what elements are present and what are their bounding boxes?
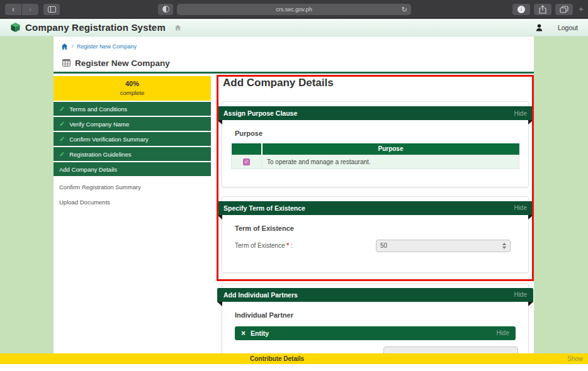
- sidebar-item-label: Add Company Details: [59, 166, 117, 173]
- panel-title: Specify Term of Existence: [223, 204, 305, 212]
- contribute-details-label: Contribute Details: [250, 355, 304, 362]
- sidebar-item-terms-and-conditions[interactable]: ✓ Terms and Conditions: [54, 102, 211, 116]
- share-button[interactable]: [534, 4, 551, 15]
- check-icon: ✓: [59, 105, 65, 113]
- sidebar-item-confirm-registration-summary[interactable]: Confirm Registration Summary: [54, 183, 211, 191]
- breadcrumb-separator-icon: ›: [71, 43, 74, 49]
- address-bar[interactable]: crs.sec.gov.ph ↻: [177, 4, 411, 15]
- breadcrumb-home-icon[interactable]: [61, 43, 68, 50]
- term-of-existence-select[interactable]: 50: [376, 240, 511, 252]
- sidebar-item-label: Upload Documents: [59, 199, 110, 206]
- browser-chrome: ‹ › crs.sec.gov.ph ↻ ↓ +: [0, 0, 588, 19]
- ribbon-fold-left: [217, 215, 222, 219]
- sidebar-item-add-company-details[interactable]: Add Company Details: [54, 162, 211, 176]
- logout-link[interactable]: Logout: [558, 24, 578, 31]
- assign-purpose-clause-panel: Assign Purpose Clause Hide Purpose Purpo…: [222, 101, 529, 187]
- new-tab-button[interactable]: +: [577, 4, 585, 14]
- progress-caption: complete: [54, 89, 211, 96]
- page-title: Register New Company: [62, 58, 534, 68]
- hide-link[interactable]: Hide: [514, 110, 527, 117]
- ribbon-fold-right: [528, 120, 533, 125]
- check-icon: ✓: [59, 150, 65, 158]
- app-title: Company Registration System: [25, 22, 166, 33]
- add-individual-partners-panel: Add Individual Partners Hide Individual …: [222, 283, 529, 354]
- app-header: Company Registration System Logout: [0, 19, 588, 36]
- forward-icon: ›: [29, 5, 31, 14]
- select-stepper-icon: [502, 243, 506, 249]
- contrast-icon: [162, 6, 169, 13]
- purpose-checkbox[interactable]: ✓: [243, 158, 250, 165]
- home-icon[interactable]: [174, 25, 181, 31]
- contribute-details-bar: Contribute Details Show: [0, 353, 588, 364]
- forward-button[interactable]: ›: [22, 4, 38, 15]
- ribbon-fold-right: [528, 215, 533, 219]
- register-grid-icon: [62, 59, 71, 67]
- tabs-icon: [560, 6, 568, 13]
- entity-header: × Entity Hide: [235, 326, 516, 340]
- tab-overview-button[interactable]: [555, 4, 573, 15]
- sidebar-item-label: Terms and Conditions: [69, 106, 127, 113]
- purpose-table-header: Purpose: [262, 143, 519, 155]
- downloads-button[interactable]: ↓: [512, 4, 530, 15]
- hide-link[interactable]: Hide: [514, 291, 527, 298]
- hide-link[interactable]: Hide: [496, 329, 509, 336]
- panel-title: Add Individual Partners: [223, 291, 298, 299]
- back-icon: ‹: [12, 5, 14, 14]
- individual-partner-section-label: Individual Partner: [235, 311, 519, 319]
- purpose-table-checkbox-column: [232, 143, 262, 155]
- sidebar-item-label: Verify Company Name: [69, 121, 129, 128]
- url-text: crs.sec.gov.ph: [276, 6, 312, 13]
- specify-term-of-existence-header: Specify Term of Existence Hide: [217, 201, 533, 215]
- add-individual-partners-header: Add Individual Partners Hide: [217, 288, 533, 302]
- title-divider: [54, 72, 534, 74]
- panel-title: Assign Purpose Clause: [223, 109, 297, 117]
- user-icon[interactable]: [536, 24, 543, 31]
- sidebar-item-registration-guidelines[interactable]: ✓ Registration Guidelines: [54, 147, 211, 161]
- sidebar-item-upload-documents[interactable]: Upload Documents: [54, 198, 211, 206]
- sidebar-item-confirm-verification-summary[interactable]: ✓ Confirm Verification Summary: [54, 132, 211, 146]
- share-icon: [539, 5, 546, 14]
- sidebar-item-label: Confirm Registration Summary: [59, 184, 141, 191]
- entity-field-row: [231, 346, 519, 354]
- show-link[interactable]: Show: [567, 355, 588, 362]
- ribbon-fold-left: [217, 120, 222, 125]
- term-section-label: Term of Existence: [235, 224, 519, 232]
- close-icon[interactable]: ×: [241, 329, 246, 338]
- required-asterisk: *: [286, 242, 289, 249]
- breadcrumb: › Register New Company: [61, 43, 534, 50]
- check-icon: ✓: [59, 120, 65, 128]
- sidebar-toggle-icon: [48, 6, 56, 13]
- assign-purpose-clause-header: Assign Purpose Clause Hide: [217, 106, 533, 120]
- content-area: › Register New Company Register New Comp…: [54, 36, 534, 353]
- ribbon-fold-left: [217, 302, 222, 306]
- progress-percent: 40%: [54, 80, 211, 87]
- term-of-existence-field-row: Term of Existence * : 50: [235, 240, 519, 252]
- entity-input[interactable]: [383, 346, 518, 354]
- ribbon-fold-right: [528, 302, 533, 306]
- reload-icon[interactable]: ↻: [402, 6, 407, 13]
- main-heading: Add Company Details: [223, 76, 534, 90]
- table-row: ✓ To operate and manage a restaurant.: [232, 155, 519, 169]
- hide-link[interactable]: Hide: [514, 204, 527, 211]
- sidebar-item-verify-company-name[interactable]: ✓ Verify Company Name: [54, 117, 211, 131]
- app-logo-icon: [10, 22, 21, 33]
- purpose-section-label: Purpose: [235, 130, 519, 137]
- sidebar-toggle-button[interactable]: [43, 4, 60, 15]
- check-icon: ✓: [59, 135, 65, 143]
- back-button[interactable]: ‹: [5, 4, 21, 15]
- purpose-table: Purpose ✓ To operate and manage a restau…: [231, 143, 519, 169]
- main-content: Add Company Details Assign Purpose Claus…: [222, 76, 534, 353]
- steps-sidebar: 40% complete ✓ Terms and Conditions ✓ Ve…: [54, 76, 211, 353]
- page-title-text: Register New Company: [75, 58, 170, 68]
- purpose-cell-text: To operate and manage a restaurant.: [262, 155, 519, 169]
- breadcrumb-link[interactable]: Register New Company: [77, 43, 137, 50]
- sidebar-item-label: Registration Guidelines: [69, 151, 131, 158]
- select-value: 50: [380, 242, 387, 249]
- progress-indicator: 40% complete: [54, 76, 211, 101]
- privacy-report-button[interactable]: [158, 4, 173, 15]
- page-background: › Register New Company Register New Comp…: [0, 36, 588, 353]
- download-icon: ↓: [517, 6, 525, 13]
- specify-term-of-existence-panel: Specify Term of Existence Hide Term of E…: [222, 196, 529, 273]
- sidebar-item-label: Confirm Verification Summary: [69, 136, 149, 143]
- entity-title: Entity: [251, 329, 269, 337]
